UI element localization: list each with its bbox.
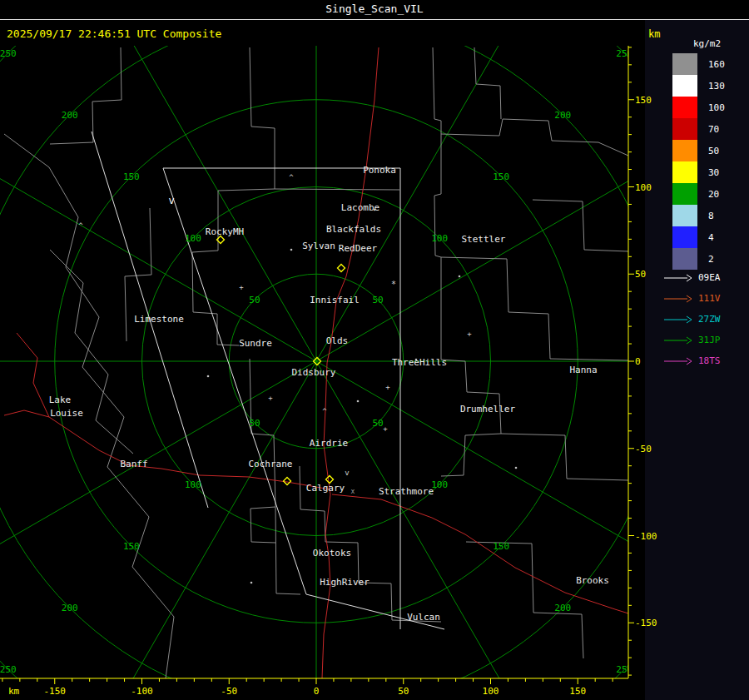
city-label: Sylvan <box>302 241 335 251</box>
ring-distance-label: 50 <box>249 418 260 429</box>
city-label: Brooks <box>576 575 609 586</box>
ring-distance-label: 150 <box>123 171 140 182</box>
city-label: Lacombe <box>341 202 379 213</box>
radar-map: 5050505010010010010015015015015020020020… <box>0 0 749 700</box>
window-title: Single_Scan_VIL <box>325 2 423 15</box>
town-dot <box>290 249 293 251</box>
county-boundary <box>250 359 275 543</box>
town-dot <box>459 276 461 278</box>
ring-distance-label: 100 <box>431 233 448 244</box>
county-boundary <box>433 47 441 312</box>
city-label: Hanna <box>569 365 597 375</box>
x-axis-label: 0 <box>314 686 320 697</box>
town-dot <box>415 359 418 361</box>
city-label: RockyMH <box>206 226 244 237</box>
map-marker: * <box>391 280 396 289</box>
city-label: Innisfail <box>310 295 360 305</box>
city-label: ThreeHills <box>392 357 447 368</box>
town-dot <box>207 375 210 378</box>
x-axis-label: -100 <box>131 686 153 697</box>
site-marker-diamond <box>338 265 345 272</box>
city-label: Drumheller <box>460 404 516 415</box>
x-axis-label: 150 <box>569 686 586 697</box>
map-marker: + <box>239 283 244 291</box>
ring-distance-label: 250 <box>0 664 17 675</box>
city-label: Cochrane <box>249 459 293 469</box>
y-axis-label: -100 <box>635 531 657 542</box>
x-axis-label: 100 <box>483 686 499 697</box>
county-boundary <box>275 189 399 190</box>
azimuth-line <box>316 0 574 361</box>
ring-distance-label: 50 <box>372 295 383 305</box>
city-label: Airdrie <box>310 438 348 449</box>
city-label: Banff <box>120 459 147 469</box>
city-label: Vulcan <box>407 612 440 623</box>
map-marker: + <box>268 394 273 402</box>
ring-distance-label: 250 <box>616 664 632 675</box>
highway-line <box>332 494 628 613</box>
ring-distance-label: 200 <box>554 110 571 121</box>
map-marker: + <box>467 330 472 338</box>
city-label: Calgary <box>306 483 345 494</box>
ring-distance-label: 50 <box>372 418 383 429</box>
city-label: Louise <box>50 408 83 419</box>
ring-distance-label: 100 <box>185 479 201 490</box>
town-dot <box>374 209 376 211</box>
city-label: HighRiver <box>320 577 370 588</box>
city-label: Olds <box>326 335 349 346</box>
azimuth-line <box>58 361 316 700</box>
ring-distance-label: 200 <box>62 603 78 613</box>
map-marker: x <box>351 488 355 495</box>
city-label: Blackfalds <box>326 224 381 235</box>
map-marker: v <box>168 195 174 206</box>
county-boundary <box>533 200 628 251</box>
x-axis-unit: km <box>8 686 20 697</box>
map-marker: + <box>383 424 388 433</box>
city-label: Okotoks <box>313 548 351 559</box>
ring-distance-label: 150 <box>123 541 140 552</box>
town-dot <box>515 467 518 469</box>
county-boundary <box>50 47 122 144</box>
city-label: Didsbury <box>292 367 336 378</box>
map-marker: ^ <box>322 407 327 415</box>
y-axis-label: 0 <box>635 356 641 367</box>
city-label: Stettler <box>462 234 506 245</box>
city-label: Lake <box>49 395 72 405</box>
ring-distance-label: 50 <box>249 295 260 305</box>
azimuth-line <box>58 0 316 361</box>
x-axis-label: -50 <box>221 686 237 697</box>
y-axis-label: -50 <box>635 444 652 454</box>
x-axis-label: -150 <box>44 686 67 697</box>
map-marker: ^ <box>78 221 83 230</box>
map-marker: v <box>345 469 349 477</box>
town-dot <box>357 400 360 403</box>
x-axis-label: 50 <box>398 686 409 697</box>
county-boundary <box>550 359 628 360</box>
city-label: Sundre <box>239 338 272 349</box>
county-boundary <box>501 434 628 480</box>
city-label: Limestone <box>134 314 184 325</box>
county-boundary <box>474 47 501 119</box>
city-label: Strathmore <box>379 486 434 497</box>
county-boundary <box>441 257 550 359</box>
town-dot <box>250 582 253 584</box>
site-marker-diamond <box>284 478 291 485</box>
city-label: RedDeer <box>339 243 378 254</box>
city-label: Ponoka <box>363 165 396 176</box>
ring-distance-label: 200 <box>62 110 78 121</box>
y-axis-label: -150 <box>635 618 657 628</box>
county-boundary <box>275 507 300 594</box>
right-axis-unit: km <box>648 28 660 40</box>
scan-datetime: 2025/09/17 22:46:51 UTC Composite <box>7 27 221 40</box>
y-axis-label: 150 <box>635 95 652 106</box>
title-bar: Single_Scan_VIL <box>0 0 749 20</box>
ring-distance-label: 250 <box>616 48 632 59</box>
ring-distance-label: 150 <box>493 541 509 552</box>
map-marker: ^ <box>289 173 294 181</box>
county-boundary <box>441 119 628 156</box>
ring-distance-label: 250 <box>0 48 17 59</box>
y-axis-label: 100 <box>635 182 652 193</box>
map-marker: + <box>385 383 390 391</box>
y-axis-label: 50 <box>635 269 646 280</box>
ring-distance-label: 150 <box>493 171 509 182</box>
